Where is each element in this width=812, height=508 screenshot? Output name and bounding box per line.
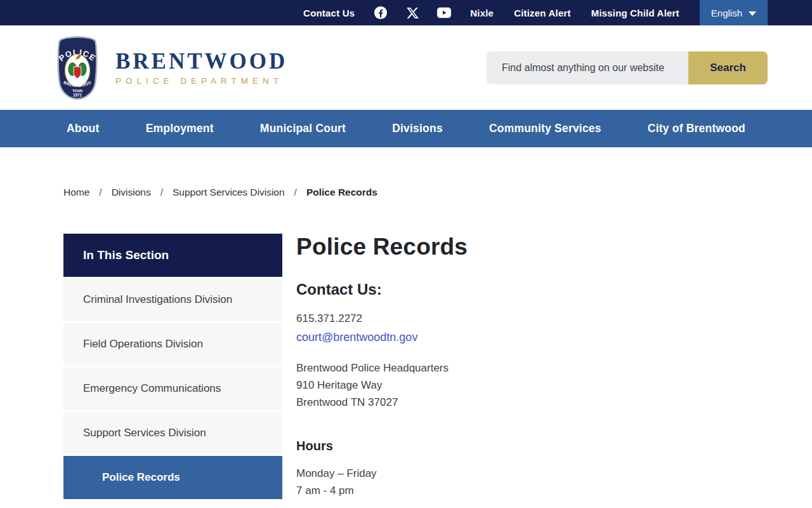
breadcrumb-separator: / <box>294 187 297 198</box>
x-twitter-icon[interactable] <box>405 6 419 20</box>
nixle-link[interactable]: Nixle <box>470 8 494 18</box>
breadcrumb: Home / Divisions / Support Services Divi… <box>63 187 812 198</box>
address-line: Brentwood TN 37027 <box>296 394 468 411</box>
sidebar-item-police-records[interactable]: Police Records <box>63 456 282 499</box>
breadcrumb-separator: / <box>99 187 102 198</box>
address-line: Brentwood Police Headquarters <box>296 359 468 377</box>
nav-item-city-of-brentwood[interactable]: City of Brentwood <box>648 122 745 135</box>
sidebar-item-emergency-communications[interactable]: Emergency Communications <box>63 367 282 410</box>
search-button[interactable]: Search <box>688 51 768 84</box>
contact-heading: Contact Us: <box>296 281 468 298</box>
facebook-icon[interactable] <box>374 6 388 20</box>
breadcrumb-separator: / <box>160 187 163 198</box>
page-title: Police Records <box>296 234 468 260</box>
contact-us-link[interactable]: Contact Us <box>303 8 355 18</box>
citizen-alert-link[interactable]: Citizen Alert <box>514 8 571 18</box>
brand-wordmark: Brentwood POLICE DEPARTMENT <box>115 50 287 86</box>
email-link[interactable]: court@brentwoodtn.gov <box>296 331 417 344</box>
main-content: Police Records Contact Us: 615.371.2272 … <box>296 234 468 499</box>
sidebar-item-support-services[interactable]: Support Services Division <box>63 411 282 455</box>
site-header: POLICE BRENTWOOD TENN 1971 Brentwood POL… <box>0 25 812 110</box>
language-label: English <box>711 8 742 18</box>
sidebar-title: In This Section <box>63 234 282 277</box>
badge-year-text: 1971 <box>73 93 82 97</box>
main-navigation: About Employment Municipal Court Divisio… <box>0 110 812 147</box>
nav-item-municipal-court[interactable]: Municipal Court <box>260 122 346 135</box>
youtube-icon[interactable] <box>437 6 451 20</box>
section-sidebar: In This Section Criminal Investigations … <box>63 234 282 499</box>
site-search: Search <box>487 51 768 84</box>
police-badge-icon: POLICE BRENTWOOD TENN 1971 <box>53 34 102 102</box>
nav-item-divisions[interactable]: Divisions <box>392 122 443 135</box>
breadcrumb-home[interactable]: Home <box>63 187 89 198</box>
search-input[interactable] <box>487 51 688 84</box>
nav-item-employment[interactable]: Employment <box>146 122 214 135</box>
brand-logo[interactable]: POLICE BRENTWOOD TENN 1971 Brentwood POL… <box>53 34 287 102</box>
hours-days: Monday – Friday <box>296 465 468 482</box>
breadcrumb-support-services[interactable]: Support Services Division <box>173 187 285 198</box>
page-content: In This Section Criminal Investigations … <box>63 234 749 499</box>
sidebar-item-field-operations[interactable]: Field Operations Division <box>63 323 282 366</box>
top-utility-bar: Contact Us Nixle Citizen Alert Missing C… <box>0 0 812 25</box>
address-block: Brentwood Police Headquarters 910 Herita… <box>296 359 468 411</box>
language-selector[interactable]: English <box>700 0 768 25</box>
nav-item-community-services[interactable]: Community Services <box>489 122 601 135</box>
hours-times: 7 am - 4 pm <box>296 482 468 499</box>
sidebar-item-criminal-investigations[interactable]: Criminal Investigations Division <box>63 278 282 321</box>
hours-block: Monday – Friday 7 am - 4 pm <box>296 465 468 499</box>
brand-name: Brentwood <box>115 50 287 72</box>
breadcrumb-current: Police Records <box>306 187 377 198</box>
breadcrumb-divisions[interactable]: Divisions <box>112 187 151 198</box>
address-line: 910 Heritage Way <box>296 377 468 394</box>
brand-subtitle: POLICE DEPARTMENT <box>115 76 287 86</box>
phone-number: 615.371.2272 <box>296 312 468 325</box>
hours-heading: Hours <box>296 439 468 453</box>
missing-child-alert-link[interactable]: Missing Child Alert <box>591 8 679 18</box>
nav-item-about[interactable]: About <box>67 122 100 135</box>
chevron-down-icon <box>749 11 756 16</box>
